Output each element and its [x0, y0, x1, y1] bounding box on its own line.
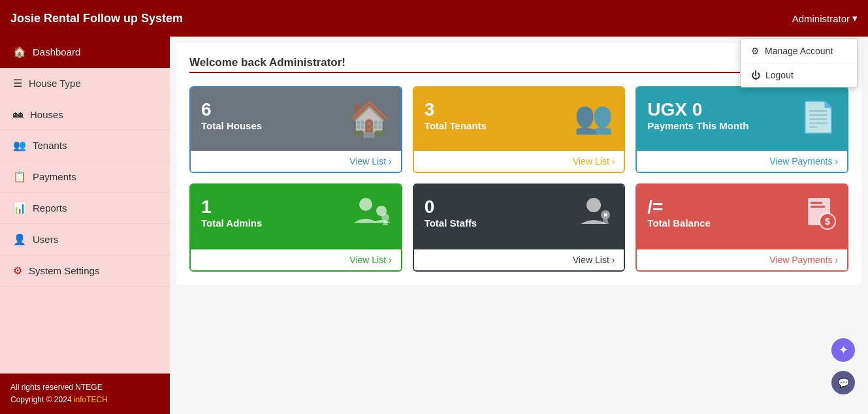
magic-button[interactable]: ✦	[831, 338, 855, 362]
staffs-label: Total Staffs	[425, 217, 477, 229]
tenants-count: 3	[425, 99, 487, 120]
sidebar-item-houses[interactable]: 🏘 Houses	[0, 99, 170, 130]
sidebar-item-payments[interactable]: 📋 Payments	[0, 161, 170, 193]
house-card-icon: 🏠	[348, 99, 391, 139]
svg-text:$: $	[825, 216, 830, 227]
balance-card-icon: $	[805, 197, 837, 238]
sidebar-label-houses: Houses	[30, 109, 63, 120]
sidebar-item-house-type[interactable]: ☰ House Type	[0, 68, 170, 99]
tenants-label: Total Tenants	[425, 120, 487, 131]
card-text-staffs: 0 Total Staffs	[425, 197, 477, 229]
sidebar-item-dashboard[interactable]: 🏠 Dashboard	[0, 37, 170, 68]
admins-count: 1	[201, 197, 262, 217]
sidebar-label-system-settings: System Settings	[29, 265, 99, 276]
dashboard-icon: 🏠	[13, 46, 26, 58]
settings-icon: ⚙	[13, 264, 22, 277]
svg-rect-6	[811, 202, 822, 204]
tenants-card-icon: 👥	[574, 99, 613, 136]
svg-point-2	[381, 214, 389, 221]
payments-card-icon: 📄	[799, 99, 837, 135]
sidebar-item-tenants[interactable]: 👥 Tenants	[0, 130, 170, 161]
cards-grid: 6 Total Houses 🏠 View List › 3 Tota	[189, 86, 848, 272]
card-total-houses: 6 Total Houses 🏠 View List ›	[189, 86, 402, 173]
balance-view-link[interactable]: View Payments ›	[637, 249, 847, 270]
card-body-balance: /= Total Balance $	[637, 185, 847, 249]
card-body-payments: UGX 0 Payments This Month 📄	[637, 88, 847, 151]
admins-card-icon	[354, 197, 391, 235]
card-body-admins: 1 Total Admins	[191, 185, 401, 249]
card-body-houses: 6 Total Houses 🏠	[191, 88, 401, 151]
houses-label: Total Houses	[201, 120, 262, 131]
admins-view-link[interactable]: View List ›	[191, 249, 401, 270]
houses-icon: 🏘	[13, 108, 24, 120]
svg-point-3	[587, 198, 601, 212]
staffs-view-link[interactable]: View List ›	[414, 249, 624, 270]
payments-amount: UGX 0	[647, 99, 748, 120]
card-total-balance: /= Total Balance $	[635, 183, 848, 272]
payments-icon: 📋	[13, 170, 26, 183]
logout-label: Logout	[765, 70, 794, 80]
card-total-tenants: 3 Total Tenants 👥 View List ›	[413, 86, 626, 173]
sidebar-item-system-settings[interactable]: ⚙ System Settings	[0, 255, 170, 287]
sidebar-label-dashboard: Dashboard	[33, 46, 80, 57]
manage-account-label: Manage Account	[765, 46, 833, 56]
balance-amount: /=	[647, 197, 710, 217]
footer-line2: Copyright © 2024 infoTECH	[10, 394, 159, 406]
sidebar-label-payments: Payments	[33, 171, 76, 182]
tenants-view-link[interactable]: View List ›	[414, 151, 624, 172]
sparkle-icon: ✦	[839, 343, 848, 357]
manage-account-item[interactable]: ⚙ Manage Account	[741, 39, 857, 63]
sidebar-label-tenants: Tenants	[33, 140, 67, 151]
dropdown-arrow-icon: ▾	[852, 12, 858, 24]
navbar-right: Administrator ▾ ⚙ Manage Account ⏻ Logou…	[792, 12, 858, 24]
card-total-admins: 1 Total Admins	[189, 183, 402, 272]
card-total-staffs: 0 Total Staffs	[413, 183, 626, 272]
sidebar-item-users[interactable]: 👤 Users	[0, 224, 170, 255]
card-text-admins: 1 Total Admins	[201, 197, 262, 229]
admin-dropdown-menu: ⚙ Manage Account ⏻ Logout	[740, 39, 858, 88]
chat-help-button[interactable]: 💬	[831, 371, 855, 394]
svg-point-0	[359, 198, 372, 211]
balance-label: Total Balance	[647, 217, 710, 229]
card-body-staffs: 0 Total Staffs	[414, 185, 624, 249]
houses-count: 6	[201, 99, 262, 120]
users-icon: 👤	[13, 233, 26, 246]
houses-view-link[interactable]: View List ›	[191, 151, 401, 172]
navbar-brand: Josie Rental Follow up System	[10, 12, 183, 25]
logout-item[interactable]: ⏻ Logout	[741, 63, 857, 87]
admins-label: Total Admins	[201, 217, 262, 229]
gear-icon: ⚙	[751, 46, 760, 56]
card-payments-month: UGX 0 Payments This Month 📄 View Payment…	[635, 86, 848, 173]
sidebar-item-reports[interactable]: 📊 Reports	[0, 193, 170, 224]
chat-icon: 💬	[838, 377, 849, 388]
sidebar-label-house-type: House Type	[29, 78, 81, 89]
sidebar-footer: All rights reserved NTEGE Copyright © 20…	[0, 374, 170, 414]
admin-dropdown-button[interactable]: Administrator ▾	[792, 12, 858, 24]
reports-icon: 📊	[13, 202, 26, 214]
admin-label: Administrator	[792, 13, 850, 24]
staffs-count: 0	[425, 197, 477, 217]
infotech-label: infoTECH	[74, 395, 108, 404]
footer-line1: All rights reserved NTEGE	[10, 381, 159, 394]
sidebar-label-reports: Reports	[33, 202, 67, 214]
house-type-icon: ☰	[13, 77, 22, 89]
sidebar-label-users: Users	[33, 234, 58, 245]
navbar: Josie Rental Follow up System Administra…	[0, 0, 868, 37]
main-content: Welcome back Administrator! 6 Total Hous…	[170, 37, 868, 414]
sidebar: 🏠 Dashboard ☰ House Type 🏘 Houses 👥 Tena…	[0, 37, 170, 414]
app-body: 🏠 Dashboard ☰ House Type 🏘 Houses 👥 Tena…	[0, 37, 868, 414]
tenants-icon: 👥	[13, 139, 26, 151]
card-text-payments: UGX 0 Payments This Month	[647, 99, 748, 132]
payments-view-link[interactable]: View Payments ›	[637, 151, 847, 172]
card-text-houses: 6 Total Houses	[201, 99, 262, 132]
staffs-card-icon	[579, 197, 613, 235]
card-text-tenants: 3 Total Tenants	[425, 99, 487, 132]
power-icon: ⏻	[751, 70, 760, 80]
card-body-tenants: 3 Total Tenants 👥	[414, 88, 624, 151]
payments-label: Payments This Month	[647, 120, 748, 131]
svg-rect-7	[811, 206, 825, 208]
card-text-balance: /= Total Balance	[647, 197, 710, 229]
